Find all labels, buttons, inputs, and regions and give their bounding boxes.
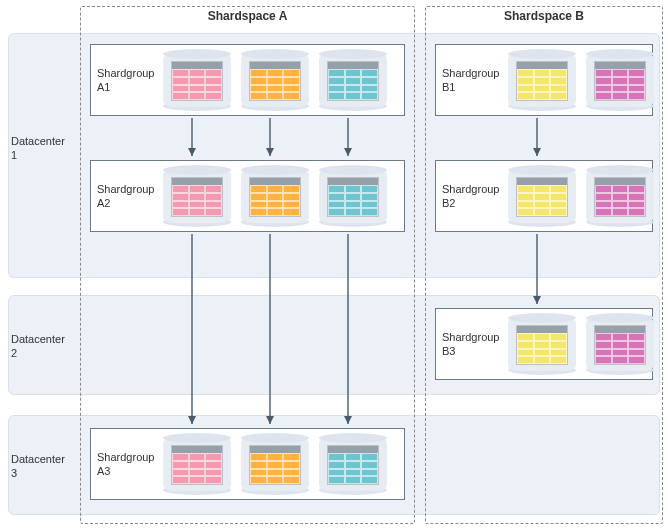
- shard-icon: [584, 165, 656, 227]
- shard-icon: [239, 49, 311, 111]
- shard-icon: [317, 49, 389, 111]
- shard-icon: [239, 165, 311, 227]
- shard-icon: [161, 433, 233, 495]
- shard-icon: [239, 433, 311, 495]
- shardspace-title: Shardspace A: [81, 6, 414, 26]
- datacenter-label: Datacenter 3: [11, 452, 73, 481]
- shard-icon: [161, 49, 233, 111]
- shard-icon: [506, 49, 578, 111]
- shard-icon: [317, 165, 389, 227]
- shardgroup-b2: Shardgroup B2: [435, 160, 653, 232]
- shardgroup-b3: Shardgroup B3: [435, 308, 653, 380]
- shard-icon: [506, 165, 578, 227]
- shardgroup-label: Shardgroup A3: [97, 450, 155, 479]
- shardgroup-label: Shardgroup B1: [442, 66, 500, 95]
- shardgroup-label: Shardgroup B3: [442, 330, 500, 359]
- shard-icon: [317, 433, 389, 495]
- shardgroup-b1: Shardgroup B1: [435, 44, 653, 116]
- shardgroup-a1: Shardgroup A1: [90, 44, 405, 116]
- shard-icon: [584, 49, 656, 111]
- datacenter-label: Datacenter 2: [11, 332, 73, 361]
- shardgroup-label: Shardgroup A2: [97, 182, 155, 211]
- shardgroup-label: Shardgroup A1: [97, 66, 155, 95]
- shardgroup-a3: Shardgroup A3: [90, 428, 405, 500]
- shard-icon: [506, 313, 578, 375]
- shard-icon: [161, 165, 233, 227]
- shardspace-title: Shardspace B: [426, 6, 662, 26]
- shard-icon: [584, 313, 656, 375]
- datacenter-label: Datacenter 1: [11, 134, 73, 163]
- shardgroup-a2: Shardgroup A2: [90, 160, 405, 232]
- shardgroup-label: Shardgroup B2: [442, 182, 500, 211]
